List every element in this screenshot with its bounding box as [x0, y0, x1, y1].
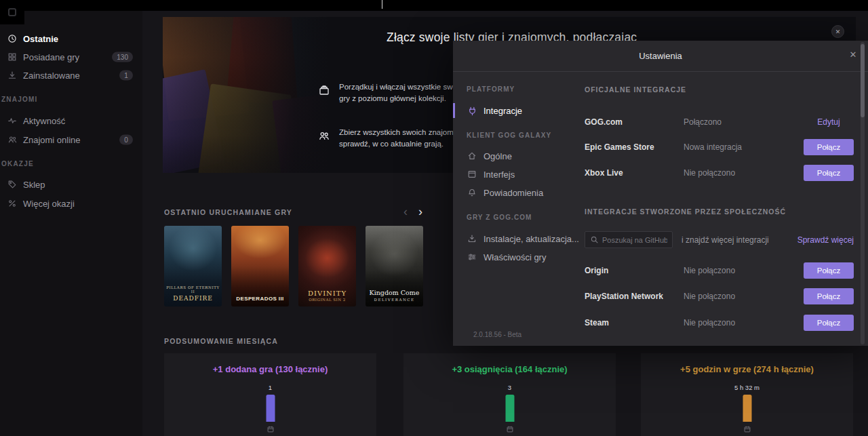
settings-nav-label: Interfejs [484, 170, 515, 180]
sidebar-item-label: Posiadane gry [23, 52, 79, 62]
integration-name: Xbox Live [585, 168, 684, 178]
people-icon [7, 134, 18, 145]
modal-scrollbar-thumb[interactable] [861, 44, 865, 117]
integration-status: Nie połączono [684, 318, 804, 328]
integration-status: Połączono [684, 117, 804, 127]
sidebar-item-installed[interactable]: Zainstalowane 1 [0, 66, 142, 84]
settings-modal-title: Ustawienia [453, 51, 868, 61]
settings-nav-general[interactable]: Ogólne [453, 147, 585, 165]
integration-row-steam: Steam Nie połączono Połącz [585, 315, 854, 331]
installed-count-badge: 1 [119, 71, 133, 81]
integration-name: GOG.com [585, 117, 684, 127]
install-icon [467, 233, 477, 244]
github-search-input[interactable] [602, 236, 667, 244]
game-title: DELIVERANCE [374, 298, 415, 302]
connect-button[interactable]: Połącz [804, 262, 854, 279]
friends-online-badge: 0 [119, 135, 133, 145]
gog-galaxy-window: GRY Ostatnie Posiadane gry 130 Zainstalo… [0, 0, 868, 436]
download-icon [7, 70, 18, 81]
sidebar-item-recent[interactable]: Ostatnie [0, 30, 142, 47]
titlebar [0, 0, 868, 11]
window-icon [467, 169, 477, 180]
month-summary-heading: PODSUMOWANIE MIESIĄCA [164, 337, 278, 345]
sidebar-section-deals: OKAZJE [1, 160, 34, 167]
settings-nav-notifications[interactable]: Powiadomienia [453, 184, 585, 201]
carousel-prev-button[interactable]: ‹ [400, 205, 411, 218]
integration-name: PlayStation Network [585, 292, 684, 301]
sidebar-section-friends: ZNAJOMI [1, 96, 37, 103]
bar [505, 395, 514, 422]
game-series: PILLARS OF ETERNITY II [164, 285, 222, 294]
collection-icon [317, 83, 331, 97]
integration-name: Steam [585, 318, 684, 328]
integration-row-gog: GOG.com Połączono Edytuj [585, 114, 854, 130]
activity-icon [7, 115, 18, 126]
settings-nav-label: Instalacje, aktualizacja... [484, 234, 579, 244]
integration-name: Origin [585, 266, 684, 275]
banner-close-button[interactable]: ✕ [831, 25, 844, 38]
settings-close-button[interactable]: ✕ [846, 47, 860, 61]
sidebar-item-more-deals[interactable]: Więcej okazji [0, 195, 142, 212]
home-icon [467, 151, 477, 161]
integration-status: Nowa integracja [684, 142, 804, 152]
summary-card-title: +5 godzin w grze (274 h łącznie) [641, 364, 853, 374]
integration-status: Nie połączono [684, 266, 804, 275]
plug-icon [467, 105, 477, 116]
sidebar-item-label: Aktywność [23, 116, 65, 126]
client-version: 2.0.18.56 - Beta [473, 331, 521, 338]
settings-nav-label: Właściwości gry [484, 252, 546, 262]
bar [266, 395, 275, 422]
sidebar-item-store[interactable]: Sklep [0, 176, 142, 193]
calendar-icon [506, 425, 514, 433]
settings-nav-installing-updating[interactable]: Instalacje, aktualizacja... [453, 230, 585, 247]
sidebar-item-owned-games[interactable]: Posiadane gry 130 [0, 48, 142, 66]
banner-bullet-text: Zbierz wszystkich swoich znajomych spraw… [339, 127, 472, 151]
summary-card-games-added: +1 dodana gra (130 łącznie) 1 [164, 353, 376, 436]
connect-button[interactable]: Połącz [804, 139, 854, 155]
check-more-link[interactable]: Sprawdź więcej [797, 235, 854, 245]
summary-card-title: +1 dodana gra (130 łącznie) [164, 364, 376, 374]
game-card-desperados-3[interactable]: DESPERADOS III [231, 226, 289, 306]
bar [743, 395, 751, 422]
connect-button[interactable]: Połącz [804, 288, 854, 304]
tag-icon [7, 179, 18, 190]
titlebar-caret [382, 0, 382, 9]
game-series: DIVINITY [308, 290, 347, 297]
carousel-next-button[interactable]: › [415, 205, 426, 218]
integration-row-psn: PlayStation Network Nie połączono Połącz [585, 288, 854, 304]
integration-status: Nie połączono [684, 168, 804, 178]
summary-card-achievements: +3 osiągnięcia (164 łącznie) 3 [403, 353, 616, 436]
sidebar-item-label: Sklep [23, 180, 45, 190]
edit-link[interactable]: Edytuj [804, 117, 854, 127]
sidebar: GRY Ostatnie Posiadane gry 130 Zainstalo… [0, 0, 142, 436]
sidebar-item-friends-online[interactable]: Znajomi online 0 [0, 131, 142, 148]
sidebar-item-label: Ostatnie [23, 34, 58, 44]
settings-nav-interface[interactable]: Interfejs [453, 165, 585, 183]
search-icon [590, 235, 599, 244]
app-menu-button[interactable] [0, 0, 24, 24]
bar-value-label: 1 [164, 384, 376, 391]
settings-nav-label: Ogólne [484, 151, 512, 161]
calendar-icon [267, 425, 275, 433]
game-card-pillars-of-eternity-2-deadfire[interactable]: PILLARS OF ETERNITY II DEADFIRE [164, 226, 222, 306]
modal-scrollbar-track[interactable] [861, 42, 865, 344]
game-title: DESPERADOS III [236, 296, 284, 302]
settings-nav-integrations[interactable]: Integracje [453, 102, 585, 119]
settings-nav-label: Integracje [484, 106, 522, 116]
game-card-divinity-original-sin-2[interactable]: DIVINITY ORIGINAL SIN 2 [298, 226, 356, 306]
sidebar-item-label: Znajomi online [23, 135, 81, 145]
sidebar-item-activity[interactable]: Aktywność [0, 112, 142, 130]
bar-value-label: 3 [403, 384, 616, 391]
settings-nav-game-properties[interactable]: Właściwości gry [453, 248, 585, 266]
banner-bullet-text: Porządkuj i włączaj wszystkie swoje gry … [339, 81, 472, 105]
sidebar-item-label: Zainstalowane [23, 71, 80, 81]
clock-icon [7, 33, 18, 44]
connect-button[interactable]: Połącz [804, 315, 854, 331]
summary-card-hours-played: +5 godzin w grze (274 h łącznie) 5 h 32 … [641, 353, 853, 436]
sliders-icon [467, 252, 477, 262]
connect-button[interactable]: Połącz [804, 165, 854, 181]
settings-modal: Ustawienia ✕ PLATFORMY Integracje KLIENT… [453, 41, 868, 346]
integration-row-epic: Epic Games Store Nowa integracja Połącz [585, 139, 854, 155]
game-card-kingdom-come-deliverance[interactable]: Kingdom Come DELIVERANCE [366, 226, 423, 306]
summary-card-title: +3 osiągnięcia (164 łącznie) [403, 364, 616, 374]
